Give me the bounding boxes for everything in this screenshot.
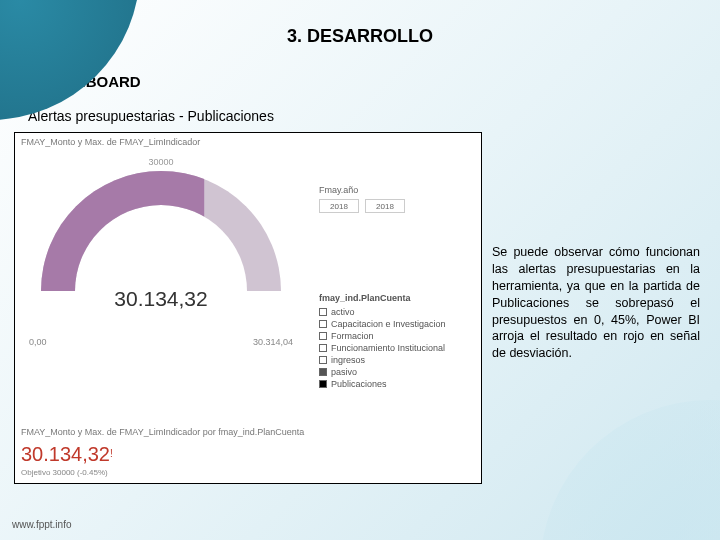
kpi-header: FMAY_Monto y Max. de FMAY_LimIndicador p… bbox=[21, 427, 475, 437]
legend-item-label: Formacion bbox=[331, 331, 374, 341]
legend-item[interactable]: Publicaciones bbox=[319, 379, 446, 389]
checkbox-icon[interactable] bbox=[319, 320, 327, 328]
checkbox-icon[interactable] bbox=[319, 368, 327, 376]
checkbox-icon[interactable] bbox=[319, 332, 327, 340]
gauge-chart: 30000 30.134,32 0,00 30.314,04 bbox=[21, 157, 301, 317]
checkbox-icon[interactable] bbox=[319, 380, 327, 388]
gauge-value: 30.134,32 bbox=[114, 287, 207, 311]
kpi-block: FMAY_Monto y Max. de FMAY_LimIndicador p… bbox=[21, 427, 475, 477]
legend-item-label: ingresos bbox=[331, 355, 365, 365]
legend-item[interactable]: Capacitacion e Investigacion bbox=[319, 319, 446, 329]
legend-item-label: Funcionamiento Institucional bbox=[331, 343, 445, 353]
legend-item-label: activo bbox=[331, 307, 355, 317]
legend-item[interactable]: activo bbox=[319, 307, 446, 317]
checkbox-icon[interactable] bbox=[319, 344, 327, 352]
legend-title: fmay_ind.PlanCuenta bbox=[319, 293, 446, 303]
legend-item-label: Publicaciones bbox=[331, 379, 387, 389]
subtitle: Alertas presupuestarias - Publicaciones bbox=[28, 108, 720, 124]
year-from-input[interactable]: 2018 bbox=[319, 199, 359, 213]
legend-item-label: Capacitacion e Investigacion bbox=[331, 319, 446, 329]
legend-item-label: pasivo bbox=[331, 367, 357, 377]
section-title: 3.4. DASHBOARD bbox=[14, 73, 720, 90]
gauge-max-label: 30000 bbox=[148, 157, 173, 167]
legend-item[interactable]: Funcionamiento Institucional bbox=[319, 343, 446, 353]
kpi-value: 30.134,32 bbox=[21, 443, 110, 465]
checkbox-icon[interactable] bbox=[319, 356, 327, 364]
year-to-input[interactable]: 2018 bbox=[365, 199, 405, 213]
legend: fmay_ind.PlanCuenta activoCapacitacion e… bbox=[319, 293, 446, 391]
decor-top-circle bbox=[0, 0, 140, 120]
dashboard-panel: FMAY_Monto y Max. de FMAY_LimIndicador 3… bbox=[14, 132, 482, 484]
checkbox-icon[interactable] bbox=[319, 308, 327, 316]
legend-item[interactable]: Formacion bbox=[319, 331, 446, 341]
legend-item[interactable]: pasivo bbox=[319, 367, 446, 377]
kpi-indicator-icon: ! bbox=[110, 448, 113, 459]
filter-label: Fmay.año bbox=[319, 185, 405, 195]
gauge-range-label: 30.314,04 bbox=[253, 337, 293, 347]
footer-url: www.fppt.info bbox=[12, 519, 71, 530]
kpi-subtext: Objetivo 30000 (-0.45%) bbox=[21, 468, 475, 477]
legend-item[interactable]: ingresos bbox=[319, 355, 446, 365]
gauge-min-label: 0,00 bbox=[29, 337, 47, 347]
year-filter: Fmay.año 2018 2018 bbox=[319, 185, 405, 213]
gauge-header: FMAY_Monto y Max. de FMAY_LimIndicador bbox=[15, 133, 481, 151]
